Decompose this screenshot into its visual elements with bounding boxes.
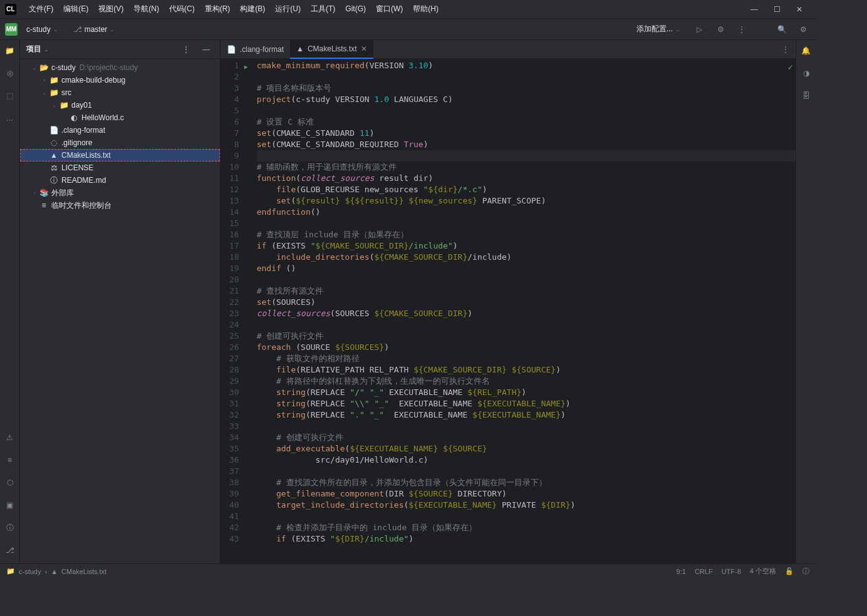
line-number[interactable]: 11 — [229, 173, 239, 184]
caret-position[interactable]: 9:1 — [677, 568, 686, 575]
code-line[interactable]: set(SOURCES) — [257, 297, 796, 308]
code-line[interactable]: set(CMAKE_C_STANDARD_REQUIRED True) — [257, 139, 796, 150]
code-line[interactable]: if (EXISTS "${CMAKE_SOURCE_DIR}/include"… — [257, 240, 796, 252]
code-line[interactable]: # 创建可执行文件 — [257, 432, 796, 443]
maximize-button[interactable]: ☐ — [766, 1, 788, 18]
code-line[interactable]: src/day01/HelloWorld.c) — [257, 454, 796, 466]
line-number[interactable]: 6 — [229, 116, 239, 128]
line-number[interactable]: 20 — [229, 274, 239, 285]
line-number[interactable]: 21 — [229, 285, 239, 297]
line-number[interactable]: 39 — [229, 488, 239, 500]
line-number[interactable]: 41 — [229, 511, 239, 522]
events-tool-icon[interactable]: ⓘ — [3, 521, 17, 535]
line-number[interactable]: 40 — [229, 500, 239, 511]
tree-row[interactable]: ⌄📁src — [20, 86, 220, 99]
editor-tab[interactable]: ▲CMakeLists.txt✕ — [290, 40, 373, 59]
line-number[interactable]: 14 — [229, 207, 239, 218]
code-line[interactable]: get_filename_component(DIR ${SOURCE} DIR… — [257, 488, 796, 500]
code-line[interactable]: string(REPLACE "\\" "_" EXECUTABLE_NAME … — [257, 398, 796, 409]
line-number[interactable]: 7 — [229, 128, 239, 139]
tree-row[interactable]: ◌.gitignore — [20, 136, 220, 149]
menu-item[interactable]: 帮助(H) — [408, 2, 444, 16]
database-tool-icon[interactable]: 🗄 — [799, 89, 813, 103]
line-number[interactable]: 12 — [229, 184, 239, 195]
code-line[interactable] — [257, 319, 796, 331]
chevron-down-icon[interactable]: ⌄ — [50, 102, 59, 108]
code-line[interactable] — [257, 105, 796, 116]
code-line[interactable] — [257, 274, 796, 285]
tree-row[interactable]: 📄.clang-format — [20, 124, 220, 136]
code-line[interactable]: string(REPLACE "/" "_" EXECUTABLE_NAME $… — [257, 387, 796, 398]
debug-button[interactable]: ⚙ — [713, 22, 728, 37]
code-line[interactable]: include_directories(${CMAKE_SOURCE_DIR}/… — [257, 252, 796, 263]
code-line[interactable]: function(collect_sources result dir) — [257, 173, 796, 184]
code-line[interactable]: # 查找顶层 include 目录（如果存在） — [257, 229, 796, 240]
code-line[interactable]: project(c-study VERSION 1.0 LANGUAGES C) — [257, 94, 796, 105]
code-line[interactable]: string(REPLACE "." "_" EXECUTABLE_NAME $… — [257, 409, 796, 421]
inspection-ok-icon[interactable]: ✓ — [788, 61, 793, 73]
breadcrumb[interactable]: 📁 c-study › ▲ CMakeLists.txt — [6, 567, 106, 575]
code-line[interactable]: # 创建可执行文件 — [257, 331, 796, 342]
line-number[interactable]: 35 — [229, 443, 239, 454]
chevron-right-icon[interactable]: › — [40, 77, 49, 83]
line-number[interactable]: 15 — [229, 218, 239, 229]
code-line[interactable] — [257, 421, 796, 432]
tree-row[interactable]: ⌄📂c-studyD:\project\c-study — [20, 61, 220, 74]
tree-row[interactable]: ◐HelloWorld.c — [20, 111, 220, 124]
chevron-right-icon[interactable]: › — [30, 190, 39, 196]
panel-hide-icon[interactable]: — — [199, 42, 214, 57]
code-line[interactable]: foreach (SOURCE ${SOURCES}) — [257, 342, 796, 353]
menu-item[interactable]: 重构(R) — [200, 2, 236, 16]
code-line[interactable]: # 查找源文件所在的目录，并添加为包含目录（头文件可能在同一目录下） — [257, 477, 796, 488]
line-number[interactable]: 18 — [229, 252, 239, 263]
menu-item[interactable]: 视图(V) — [93, 2, 128, 16]
line-number[interactable]: 37 — [229, 466, 239, 477]
code-line[interactable]: add_executable(${EXECUTABLE_NAME} ${SOUR… — [257, 443, 796, 454]
line-number[interactable]: 10 — [229, 162, 239, 173]
line-number[interactable]: 38 — [229, 477, 239, 488]
code-line[interactable]: # 辅助函数，用于递归查找所有源文件 — [257, 162, 796, 173]
menu-item[interactable]: Git(G) — [340, 2, 371, 16]
notifications-icon[interactable]: 🔔 — [799, 44, 813, 58]
readonly-icon[interactable]: 🔓 — [785, 567, 794, 575]
code-line[interactable]: # 获取文件的相对路径 — [257, 353, 796, 364]
structure-tool-icon[interactable]: ⬚ — [3, 89, 17, 103]
line-number[interactable]: 22 — [229, 297, 239, 308]
line-number[interactable]: 24 — [229, 319, 239, 331]
indent-setting[interactable]: 4 个空格 — [750, 567, 776, 576]
code-line[interactable]: # 查找所有源文件 — [257, 285, 796, 297]
tree-row[interactable]: ▲CMakeLists.txt — [20, 149, 220, 162]
menu-item[interactable]: 构建(B) — [235, 2, 270, 16]
power-save-icon[interactable]: ⓘ — [802, 567, 809, 576]
tree-row[interactable]: ⓘREADME.md — [20, 174, 220, 187]
services-tool-icon[interactable]: ⬡ — [3, 476, 17, 490]
code-line[interactable]: file(GLOB_RECURSE new_sources "${dir}/*.… — [257, 184, 796, 195]
chevron-down-icon[interactable]: ⌄ — [30, 64, 39, 71]
menu-item[interactable]: 编辑(E) — [58, 2, 93, 16]
search-everywhere-button[interactable]: 🔍 — [774, 22, 789, 37]
project-tool-icon[interactable]: 📁 — [3, 44, 17, 58]
chevron-down-icon[interactable]: ⌄ — [40, 90, 49, 96]
minimize-button[interactable]: — — [743, 1, 766, 18]
code-line[interactable]: cmake_minimum_required(VERSION 3.10) — [257, 60, 796, 71]
line-number[interactable]: 16 — [229, 229, 239, 240]
commit-tool-icon[interactable]: ◎ — [3, 66, 17, 80]
code-line[interactable]: # 设置 C 标准 — [257, 116, 796, 128]
code-line[interactable] — [257, 511, 796, 522]
code-line[interactable] — [257, 466, 796, 477]
line-number[interactable]: 13 — [229, 195, 239, 207]
line-number[interactable]: 42 — [229, 522, 239, 533]
terminal-tool-icon[interactable]: ▣ — [3, 498, 17, 512]
tabs-more-icon[interactable]: ⋮ — [781, 42, 796, 57]
code-editor[interactable]: ✓ 1▶234567891011121314151617181920212223… — [221, 59, 796, 563]
line-number[interactable]: 19 — [229, 263, 239, 274]
code-line[interactable] — [257, 71, 796, 83]
menu-item[interactable]: 运行(U) — [270, 2, 306, 16]
line-number[interactable]: 26 — [229, 342, 239, 353]
menu-item[interactable]: 窗口(W) — [371, 2, 408, 16]
code-line[interactable]: set(${result} ${${result}} ${new_sources… — [257, 195, 796, 207]
code-line[interactable]: # 将路径中的斜杠替换为下划线，生成唯一的可执行文件名 — [257, 376, 796, 387]
vcs-tool-icon[interactable]: ⎇ — [3, 543, 17, 557]
code-line[interactable]: # 项目名称和版本号 — [257, 83, 796, 94]
code-content[interactable]: cmake_minimum_required(VERSION 3.10) # 项… — [246, 59, 796, 563]
